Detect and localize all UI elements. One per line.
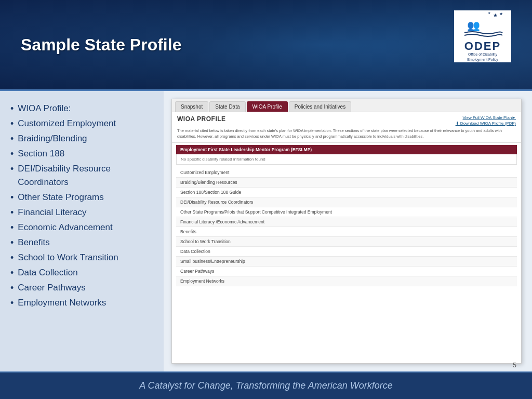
profile-links: View Full WIOA State Plan► ⬇ Download WI… [456, 115, 516, 126]
bullet-braiding: • Braiding/Blending [10, 131, 156, 147]
bullet-dot: • [10, 266, 14, 280]
download-link[interactable]: ⬇ Download WIOA Profile (PDF) [456, 121, 516, 126]
bullet-other-state: • Other State Programs [10, 190, 156, 205]
bullet-label: Career Pathways [18, 281, 85, 295]
tab-state-data[interactable]: State Data [209, 101, 245, 112]
left-panel: • WIOA Profile: • Customized Employment … [0, 91, 164, 371]
list-row-5[interactable]: Other State Programs/Pilots that Support… [176, 207, 517, 217]
tab-snapshot[interactable]: Snapshot [175, 101, 208, 112]
list-row-4[interactable]: DEI/Disability Resource Coordinators [176, 197, 517, 207]
logo-text: ODEP [464, 41, 501, 52]
tab-bar: Snapshot State Data WIOA Profile Policie… [172, 99, 521, 112]
bullet-school-work: • School to Work Transition [10, 250, 156, 265]
bullet-financial: • Financial Literacy [10, 205, 156, 220]
header: Sample State Profile ★ ★ ★ 👥 ODEP Office… [0, 0, 532, 91]
right-panel: Snapshot State Data WIOA Profile Policie… [164, 91, 532, 371]
bullet-benefits: • Benefits [10, 235, 156, 250]
bullet-label: Employment Networks [18, 296, 106, 310]
bullet-employment-networks: • Employment Networks [10, 296, 156, 311]
svg-text:👥: 👥 [467, 19, 480, 32]
bullet-dot: • [10, 102, 14, 116]
bullet-label: Braiding/Blending [18, 132, 87, 145]
bullet-dot: • [10, 221, 14, 235]
logo-graphic: ★ ★ ★ 👥 [462, 11, 503, 39]
profile-title: WIOA PROFILE [177, 115, 226, 123]
bullet-section188: • Section 188 [10, 147, 156, 162]
bullet-economic: • Economic Advancement [10, 220, 156, 235]
bullet-dot: • [10, 251, 14, 265]
footer: A Catalyst for Change, Transforming the … [0, 371, 532, 399]
list-row-7[interactable]: Benefits [176, 227, 517, 237]
bullet-dot: • [10, 281, 14, 295]
bullet-label: Benefits [18, 236, 49, 249]
bullet-label: Economic Advancement [18, 221, 112, 234]
odep-logo: ★ ★ ★ 👥 ODEP Office of Disability Employ… [454, 10, 511, 62]
list-row-2[interactable]: Braiding/Blending Resources [176, 178, 517, 188]
bullet-dot: • [10, 117, 14, 131]
bullet-label: School to Work Transition [18, 251, 118, 264]
bullet-dot: • [10, 236, 14, 250]
bullet-dot: • [10, 296, 14, 310]
bullet-label: Section 188 [18, 147, 64, 161]
footer-text: A Catalyst for Change, Transforming the … [139, 380, 393, 391]
list-row-10[interactable]: Small business/Entrepreneurship [176, 257, 517, 267]
efslmp-body: No specific disability related informati… [176, 154, 517, 165]
svg-text:★: ★ [499, 11, 503, 16]
bullet-wioa-profile: • WIOA Profile: [10, 101, 156, 116]
screenshot-container: Snapshot State Data WIOA Profile Policie… [171, 99, 522, 364]
tab-wioa-profile[interactable]: WIOA Profile [247, 101, 288, 112]
bullet-label: Other State Programs [18, 191, 103, 204]
profile-header: WIOA PROFILE View Full WIOA State Plan► … [172, 112, 521, 127]
bullet-label: DEI/Disability Resource Coordinators [18, 162, 156, 190]
list-rows: Customized Employment Braiding/Blending … [172, 167, 521, 287]
svg-text:★: ★ [493, 12, 498, 18]
page-number: 5 [513, 361, 516, 369]
view-full-link[interactable]: View Full WIOA State Plan► [463, 115, 516, 120]
bullet-label: Customized Employment [18, 117, 116, 130]
bullet-label: WIOA Profile: [18, 102, 71, 115]
efslmp-header: Employment First State Leadership Mentor… [176, 145, 517, 154]
page-title: Sample State Profile [21, 35, 181, 55]
bullet-dot: • [10, 132, 14, 146]
list-row-11[interactable]: Career Pathways [176, 267, 517, 276]
bullet-dot: • [10, 162, 14, 176]
list-row-8[interactable]: School to Work Transition [176, 237, 517, 247]
bullet-label: Financial Literacy [18, 206, 86, 219]
list-row-9[interactable]: Data Collection [176, 247, 517, 257]
main-content: • WIOA Profile: • Customized Employment … [0, 91, 532, 371]
list-row-3[interactable]: Section 188/Section 188 Guide [176, 188, 517, 197]
bullet-dot: • [10, 191, 14, 205]
bullet-dei: • DEI/Disability Resource Coordinators [10, 162, 156, 190]
bullet-data-collection: • Data Collection [10, 265, 156, 281]
tab-policies[interactable]: Policies and Initiatives [289, 101, 351, 112]
list-row-12[interactable]: Employment Networks [176, 276, 517, 286]
profile-description: The material cited below is taken direct… [172, 127, 521, 143]
bullet-label: Data Collection [18, 266, 77, 280]
list-row-6[interactable]: Financial Literacy /Economic Advancement [176, 217, 517, 227]
logo-subtitle: Office of Disability Employment Policy [467, 52, 498, 61]
bullet-career-pathways: • Career Pathways [10, 281, 156, 296]
bullet-customized-employment: • Customized Employment [10, 116, 156, 131]
svg-text:★: ★ [488, 11, 490, 15]
bullet-dot: • [10, 147, 14, 161]
bullet-dot: • [10, 206, 14, 220]
list-row-1[interactable]: Customized Employment [176, 168, 517, 178]
